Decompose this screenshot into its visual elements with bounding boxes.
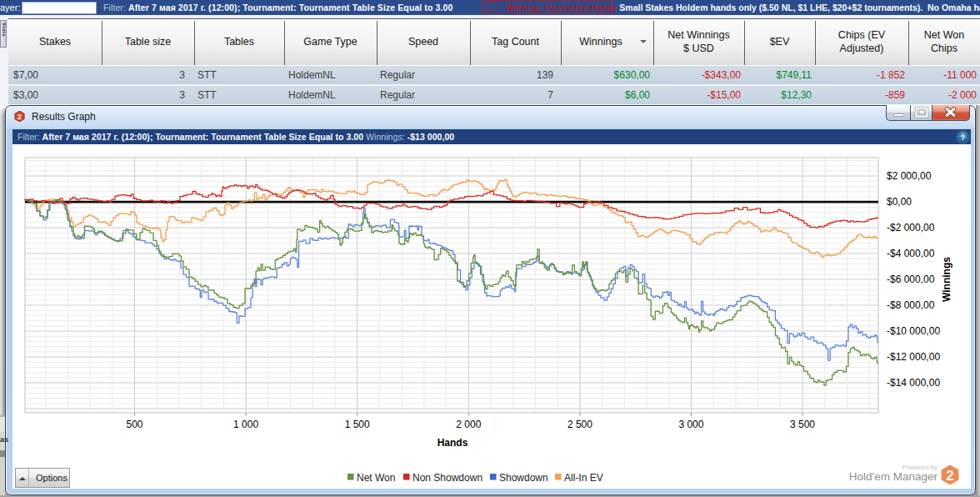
svg-text:$2 000,00: $2 000,00	[887, 170, 932, 182]
svg-text:1 000: 1 000	[233, 419, 258, 430]
svg-text:Hands: Hands	[438, 437, 468, 449]
svg-text:-$10 000,00: -$10 000,00	[887, 325, 940, 337]
svg-text:1 500: 1 500	[345, 419, 370, 430]
svg-text:-$6 000,00: -$6 000,00	[887, 274, 935, 285]
svg-text:500: 500	[126, 419, 142, 430]
svg-text:2 000: 2 000	[456, 419, 481, 430]
svg-text:Winnings: Winnings	[941, 257, 952, 302]
svg-text:-$12 000,00: -$12 000,00	[887, 351, 940, 363]
svg-text:-$4 000,00: -$4 000,00	[887, 248, 935, 259]
svg-text:-$8 000,00: -$8 000,00	[887, 299, 935, 311]
svg-text:3 000: 3 000	[678, 419, 703, 430]
svg-text:2: 2	[946, 468, 953, 484]
svg-text:$0,00: $0,00	[887, 196, 912, 208]
svg-text:3 500: 3 500	[790, 419, 815, 430]
svg-text:2 500: 2 500	[568, 419, 592, 430]
svg-text:-$2 000,00: -$2 000,00	[887, 222, 935, 233]
svg-text:-$14 000,00: -$14 000,00	[887, 377, 940, 389]
